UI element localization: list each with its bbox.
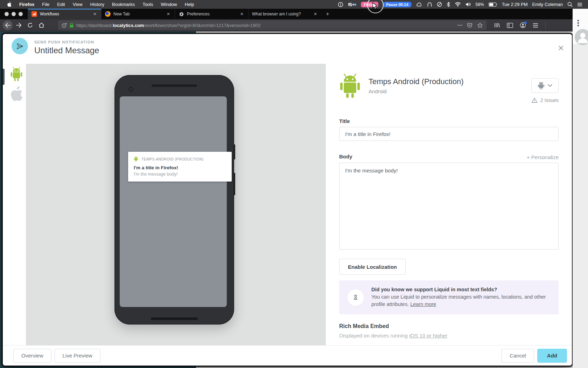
avatar[interactable]	[575, 29, 588, 45]
page-info-icon[interactable]	[62, 23, 67, 28]
account-icon[interactable]	[520, 22, 526, 28]
arch-app-icon[interactable]	[427, 2, 432, 7]
body-textarea[interactable]: I'm the message body!	[339, 163, 559, 250]
tab-close-icon[interactable]: ✕	[313, 11, 318, 17]
camera-off-icon[interactable]: ✕	[348, 2, 356, 7]
tab-close-icon[interactable]: ✕	[166, 11, 171, 17]
add-button[interactable]: Add	[537, 349, 567, 363]
tab-workflows[interactable]: Workflows ✕	[28, 9, 101, 19]
do-not-disturb-icon[interactable]	[437, 2, 442, 7]
pause-timer-button[interactable]: Pause 00:14	[383, 2, 412, 7]
modal-title: Untitled Message	[34, 46, 99, 55]
notification-center-icon[interactable]	[577, 2, 582, 7]
phone-volume-button	[233, 144, 235, 159]
platform-select-dropdown[interactable]	[531, 78, 559, 93]
android-platform-tab[interactable]	[10, 67, 23, 81]
menu-help[interactable]: Help	[185, 2, 194, 7]
personalize-link[interactable]: + Personalize	[527, 154, 559, 160]
title-input[interactable]	[339, 127, 559, 141]
pocket-icon[interactable]	[467, 22, 472, 28]
android-app-icon	[339, 73, 361, 98]
platform-rail	[3, 64, 26, 345]
alert-circle-icon[interactable]	[338, 2, 343, 7]
tab-preferences[interactable]: Preferences ✕	[175, 9, 248, 19]
reload-button[interactable]	[25, 20, 35, 30]
close-window-button[interactable]	[5, 12, 9, 16]
https-lock-icon[interactable]	[69, 23, 74, 28]
ios-10-link[interactable]: iOS 10 or higher	[409, 333, 447, 339]
mouse-cursor	[372, 2, 378, 10]
zoom-window-button[interactable]	[19, 12, 23, 16]
tab-close-icon[interactable]: ✕	[239, 11, 245, 17]
rich-media-embed-label: Rich Media Embed	[339, 323, 389, 329]
menu-clock[interactable]: Tue 2:29 PM	[502, 2, 528, 7]
overview-button[interactable]: Overview	[13, 349, 51, 363]
menu-view[interactable]: View	[73, 2, 83, 7]
phone-speaker	[152, 84, 197, 87]
apple-platform-tab[interactable]	[10, 86, 23, 102]
chevron-down-icon	[548, 84, 552, 87]
url-text[interactable]: https://dashboard.localytics.com/workflo…	[76, 23, 455, 28]
bluetooth-icon[interactable]	[447, 2, 450, 7]
menu-bookmarks[interactable]: Bookmarks	[112, 2, 135, 7]
back-button[interactable]	[3, 20, 13, 30]
modal-eyebrow: SEND PUSH NOTIFICATION	[34, 40, 94, 44]
tab-close-icon[interactable]: ✕	[92, 11, 98, 17]
window-controls[interactable]	[0, 9, 28, 19]
send-plane-icon	[12, 38, 28, 54]
learn-more-link[interactable]: Learn more	[410, 301, 436, 307]
firefox-window: Workflows ✕ New Tab ✕ Preferences ✕ What…	[0, 9, 573, 368]
notification-body: I'm the message body!	[134, 172, 226, 177]
battery-percent: 58%	[476, 2, 484, 7]
enable-localization-button[interactable]: Enable Localization	[339, 259, 406, 275]
apple-menu-icon[interactable]	[7, 2, 12, 7]
tab-new-tab[interactable]: New Tab ✕	[101, 9, 175, 19]
cancel-button[interactable]: Cancel	[502, 349, 534, 363]
wifi-icon[interactable]	[455, 2, 461, 7]
menu-firefox[interactable]: Firefox	[19, 2, 34, 7]
menu-file[interactable]: File	[42, 2, 49, 7]
page-actions-icon[interactable]	[457, 25, 462, 26]
android-icon	[134, 156, 138, 162]
issues-indicator[interactable]: 2 Issues	[531, 97, 559, 103]
spotlight-search-icon[interactable]	[567, 2, 573, 7]
menu-user-name[interactable]: Emily Coleman	[532, 2, 563, 7]
message-form-panel: Temps Android (Production) Android 2 Iss…	[326, 64, 572, 345]
battery-icon	[489, 2, 497, 7]
url-bar[interactable]: https://dashboard.localytics.com/workflo…	[58, 20, 486, 30]
phone-screen: TEMPS ANDROID (PRODUCTION) I'm a title i…	[120, 96, 227, 307]
dashboard-backdrop: SEND PUSH NOTIFICATION Untitled Message …	[0, 32, 573, 368]
menu-tools[interactable]: Tools	[142, 2, 153, 7]
liquid-tip-banner: Did you know we support Liquid in most t…	[339, 280, 559, 314]
cloud-icon[interactable]	[416, 2, 422, 7]
library-icon[interactable]	[494, 22, 500, 28]
menu-edit[interactable]: Edit	[57, 2, 65, 7]
menu-history[interactable]: History	[90, 2, 104, 7]
forward-button[interactable]	[14, 20, 24, 30]
kebab-menu-icon[interactable]: •••	[577, 19, 579, 27]
home-button[interactable]	[36, 20, 46, 30]
background-window-strip: •••	[573, 9, 588, 368]
notification-app-label: TEMPS ANDROID (PRODUCTION)	[141, 157, 204, 161]
svg-text:✕: ✕	[354, 4, 356, 6]
minimize-window-button[interactable]	[12, 12, 16, 16]
issues-label: 2 Issues	[540, 97, 559, 103]
tab-bar: Workflows ✕ New Tab ✕ Preferences ✕ What…	[0, 9, 573, 19]
tab-what-browser[interactable]: What browser am I using? ✕	[248, 9, 322, 19]
app-name: Temps Android (Production)	[369, 77, 463, 86]
menu-window[interactable]: Window	[161, 2, 177, 7]
new-tab-button[interactable]: +	[322, 9, 334, 19]
modal-header: SEND PUSH NOTIFICATION Untitled Message …	[3, 34, 572, 64]
push-notification-card: TEMPS ANDROID (PRODUCTION) I'm a title i…	[128, 152, 232, 182]
close-icon[interactable]: ✕	[558, 45, 564, 52]
hamburger-menu-icon[interactable]	[533, 23, 538, 28]
live-preview-button[interactable]: Live Preview	[55, 349, 100, 363]
sidebar-toggle-icon[interactable]	[507, 23, 513, 28]
bookmark-star-icon[interactable]	[477, 22, 483, 28]
volume-icon[interactable]	[465, 2, 471, 7]
account-badge	[524, 21, 527, 24]
tab-label: Workflows	[40, 12, 89, 16]
body-label: Body	[339, 154, 352, 159]
device-preview-pane: TEMPS ANDROID (PRODUCTION) I'm a title i…	[26, 64, 326, 345]
localytics-favicon	[31, 11, 37, 17]
